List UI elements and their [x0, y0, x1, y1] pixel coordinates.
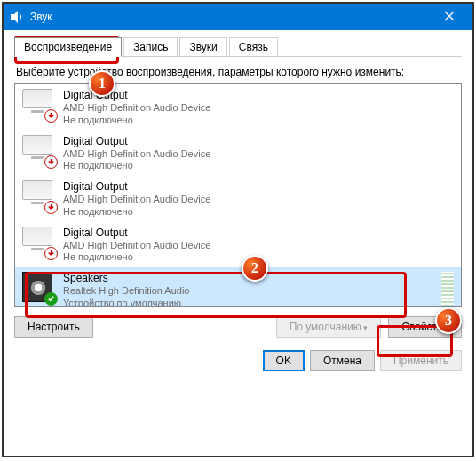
device-name: Digital Output — [63, 180, 454, 194]
monitor-icon — [22, 227, 54, 257]
device-list[interactable]: Digital Output AMD High Definition Audio… — [14, 83, 462, 307]
tab-recording[interactable]: Запись — [123, 37, 178, 56]
device-desc: Realtek High Definition Audio — [63, 285, 436, 298]
properties-button[interactable]: Свойства — [388, 316, 462, 338]
close-button[interactable] — [432, 10, 467, 24]
speaker-icon — [22, 272, 54, 302]
device-status: Устройство по умолчанию — [63, 298, 436, 307]
sound-icon — [9, 10, 23, 24]
device-status: Не подключено — [63, 160, 454, 172]
device-name: Digital Output — [63, 227, 454, 240]
tab-sounds[interactable]: Звуки — [179, 37, 226, 56]
default-button: По умолчанию — [276, 316, 382, 338]
device-desc: AMD High Definition Audio Device — [63, 148, 454, 161]
tab-strip: Воспроизведение Запись Звуки Связь — [14, 36, 462, 57]
svg-marker-0 — [11, 11, 18, 23]
tab-comm[interactable]: Связь — [229, 37, 278, 56]
device-row[interactable]: Digital Output AMD High Definition Audio… — [15, 222, 461, 268]
device-name: Speakers — [63, 272, 436, 285]
instruction-text: Выберите устройство воспроизведения, пар… — [16, 66, 460, 78]
device-row[interactable]: Digital Output AMD High Definition Audio… — [15, 176, 461, 222]
tab-playback[interactable]: Воспроизведение — [14, 37, 122, 57]
titlebar[interactable]: Звук — [4, 4, 472, 30]
device-row-selected[interactable]: Speakers Realtek High Definition Audio У… — [15, 267, 461, 307]
device-status: Не подключено — [63, 115, 454, 127]
device-desc: AMD High Definition Audio Device — [63, 240, 454, 252]
monitor-icon — [22, 180, 54, 211]
configure-button[interactable]: Настроить — [14, 316, 93, 338]
device-desc: AMD High Definition Audio Device — [63, 194, 454, 206]
monitor-icon — [22, 135, 54, 165]
device-status: Не подключено — [63, 206, 454, 219]
monitor-icon — [22, 89, 54, 119]
ok-button[interactable]: OK — [263, 350, 305, 371]
device-desc: AMD High Definition Audio Device — [63, 102, 454, 115]
level-meter — [441, 272, 454, 307]
apply-button: Применить — [380, 350, 462, 371]
window-title: Звук — [30, 11, 432, 23]
device-name: Digital Output — [63, 89, 454, 102]
device-row[interactable]: Digital Output AMD High Definition Audio… — [15, 131, 461, 177]
device-name: Digital Output — [63, 135, 454, 148]
device-row[interactable]: Digital Output AMD High Definition Audio… — [15, 84, 461, 131]
cancel-button[interactable]: Отмена — [310, 350, 375, 371]
device-status: Не подключено — [63, 251, 454, 264]
